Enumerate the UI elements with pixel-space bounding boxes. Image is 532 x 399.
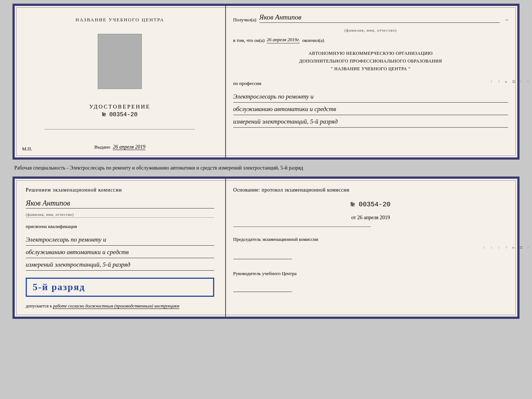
admitted-italic: работе согласно должностным (производств… bbox=[53, 303, 179, 309]
date-prefix: от bbox=[351, 215, 356, 220]
prof-line3: измерений электростанций, 5-й разряд bbox=[233, 117, 508, 128]
issued-prefix: Выдано bbox=[94, 144, 110, 150]
top-right-panel: Получил(а) Яков Антипов – (фамилия, имя,… bbox=[226, 6, 517, 157]
bottom-document: Решением экзаменационной комиссии Яков А… bbox=[12, 177, 520, 319]
qual-label: присвоена квалификация bbox=[26, 224, 214, 229]
issued-date: 26 апреля 2019 bbox=[113, 144, 145, 150]
director-signature-line bbox=[233, 292, 292, 292]
prof-line2: обслуживанию автоматики и средств bbox=[233, 104, 508, 115]
admitted-text: допускается к работе согласно должностны… bbox=[26, 303, 214, 309]
admitted-prefix: допускается к bbox=[26, 303, 52, 309]
org-line1: АВТОНОМНУЮ НЕКОММЕРЧЕСКУЮ ОРГАНИЗАЦИЮ bbox=[233, 50, 508, 57]
cert-label: УДОСТОВЕРЕНИЕ bbox=[89, 104, 151, 110]
confirm-text: в том, что он(а) bbox=[233, 38, 265, 43]
decision-sub: (фамилия, имя, отчество) bbox=[26, 212, 214, 218]
profession-name: Электрослесарь по ремонту и обслуживанию… bbox=[233, 92, 508, 129]
qual-line2: обслуживанию автоматики и средств bbox=[26, 247, 214, 258]
org-name: " НАЗВАНИЕ УЧЕБНОГО ЦЕНТРА " bbox=[233, 65, 508, 73]
director-label: Руководитель учебного Центра bbox=[233, 270, 508, 277]
qualification-name: Электрослесарь по ремонту и обслуживанию… bbox=[26, 235, 214, 272]
recipient-prefix: Получил(а) bbox=[233, 17, 256, 23]
bottom-right-deco: – – – И а ← – – – bbox=[511, 179, 517, 317]
prof-label: по профессии bbox=[233, 81, 508, 86]
decision-text: Решением экзаменационной комиссии bbox=[26, 186, 214, 194]
cert-center: УДОСТОВЕРЕНИЕ № 00354-20 bbox=[89, 104, 151, 118]
chairman-label: Председатель экзаменационной комиссии bbox=[233, 236, 508, 243]
prof-line1: Электрослесарь по ремонту и bbox=[233, 92, 508, 103]
decision-name: Яков Антипов bbox=[26, 199, 214, 209]
recipient-sub: (фамилия, имя, отчество) bbox=[233, 28, 508, 32]
chairman-signature-line bbox=[233, 259, 292, 259]
protocol-date-val: 26 апреля 2019 bbox=[357, 215, 390, 220]
bottom-right-panel: Основание: протокол экзаменационной коми… bbox=[226, 179, 517, 317]
basis-label: Основание: протокол экзаменационной коми… bbox=[233, 186, 508, 194]
cert-photo bbox=[98, 34, 142, 89]
qual-line1: Электрослесарь по ремонту и bbox=[26, 235, 214, 246]
top-left-panel: НАЗВАНИЕ УЧЕБНОГО ЦЕНТРА УДОСТОВЕРЕНИЕ №… bbox=[15, 6, 226, 157]
top-left-title: НАЗВАНИЕ УЧЕБНОГО ЦЕНТРА bbox=[76, 17, 164, 23]
grade-badge: 5-й разряд bbox=[26, 278, 214, 297]
confirm-date: 26 апреля 2019г. bbox=[267, 37, 300, 43]
top-document: НАЗВАНИЕ УЧЕБНОГО ЦЕНТРА УДОСТОВЕРЕНИЕ №… bbox=[12, 4, 520, 160]
right-side-deco: – – – И а ← – bbox=[511, 6, 517, 157]
protocol-number: № 00354-20 bbox=[233, 201, 508, 208]
cert-issued: Выдано 26 апреля 2019 bbox=[94, 144, 145, 150]
recipient-name: Яков Антипов bbox=[259, 13, 500, 23]
org-line2: ДОПОЛНИТЕЛЬНОГО ПРОФЕССИОНАЛЬНОГО ОБРАЗО… bbox=[233, 57, 508, 65]
confirm-line: в том, что он(а) 26 апреля 2019г. окончи… bbox=[233, 37, 508, 43]
bottom-left-panel: Решением экзаменационной комиссии Яков А… bbox=[15, 179, 226, 317]
protocol-date: от 26 апреля 2019 bbox=[233, 215, 508, 221]
cert-number: № 00354-20 bbox=[89, 111, 151, 118]
separator-text: Рабочая специальность - Электрослесарь п… bbox=[12, 163, 520, 174]
confirm-suffix: окончил(а) bbox=[302, 38, 324, 43]
org-block: АВТОНОМНУЮ НЕКОММЕРЧЕСКУЮ ОРГАНИЗАЦИЮ ДО… bbox=[233, 50, 508, 73]
mp-label: М.П. bbox=[22, 146, 32, 152]
recipient-line: Получил(а) Яков Антипов – bbox=[233, 13, 508, 23]
qual-line3: измерений электростанций, 5-й разряд bbox=[26, 260, 214, 271]
